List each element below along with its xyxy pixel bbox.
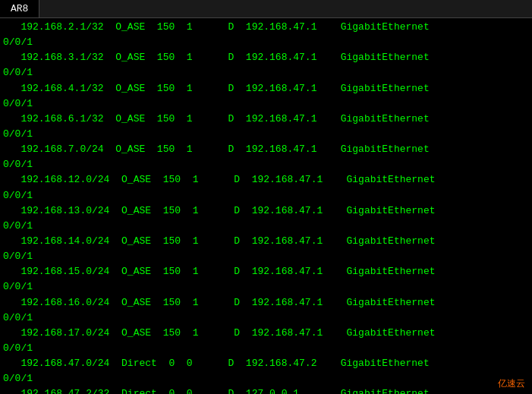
tab-ar8[interactable]: AR8 (0, 0, 39, 17)
tab-bar: AR8 (0, 0, 532, 18)
brand-label: 亿速云 (496, 377, 527, 391)
terminal-output: 192.168.2.1/32 O_ASE 150 1 D 192.168.47.… (0, 18, 532, 394)
